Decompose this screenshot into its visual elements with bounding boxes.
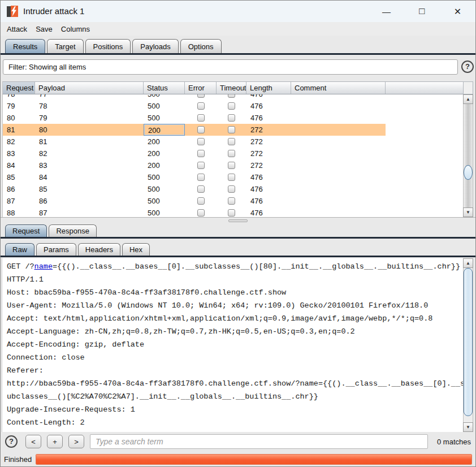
tab-results[interactable]: Results [5,39,45,53]
scroll-down-icon[interactable]: ▼ [463,422,473,432]
attack-progress-bar [36,454,472,465]
error-checkbox[interactable] [197,138,205,145]
cell-request: 88 [3,207,35,217]
error-checkbox[interactable] [197,185,205,193]
cell-request: 85 [3,171,35,183]
tab-raw[interactable]: Raw [5,243,34,256]
cell-request: 78 [3,94,35,100]
search-input[interactable] [90,434,428,449]
error-checkbox[interactable] [197,150,205,157]
menu-columns[interactable]: Columns [60,24,90,34]
results-scrollbar-track[interactable] [463,104,473,207]
cell-comment [291,195,386,207]
timeout-checkbox[interactable] [228,94,235,98]
column-header-status[interactable]: Status [144,82,185,94]
cell-error [185,195,217,207]
cell-error [185,171,217,183]
table-row[interactable]: 78 77 500 476 [3,94,386,100]
cell-payload: 87 [35,207,144,217]
timeout-checkbox[interactable] [228,209,235,217]
menu-attack[interactable]: Attack [6,24,28,34]
tab-response[interactable]: Response [49,224,97,237]
table-row[interactable]: 81 80 200 272 [3,124,386,136]
timeout-checkbox[interactable] [228,185,235,193]
filter-bar[interactable]: Filter: Showing all items [3,59,458,75]
timeout-checkbox[interactable] [228,126,235,133]
scroll-up-icon[interactable]: ▲ [463,258,473,268]
error-checkbox[interactable] [197,126,205,133]
tab-target[interactable]: Target [47,39,83,53]
search-prev-button[interactable]: < [25,435,41,448]
timeout-checkbox[interactable] [228,150,235,157]
minimize-icon[interactable]: — [369,1,404,22]
error-checkbox[interactable] [197,197,205,205]
cell-error [185,112,217,124]
editor-scrollbar-thumb[interactable] [464,268,473,416]
timeout-checkbox[interactable] [228,138,235,145]
results-scrollbar-grip[interactable] [464,165,473,180]
column-header-length[interactable]: Length [246,82,291,94]
tab-params[interactable]: Params [36,243,76,256]
search-next-button[interactable]: > [68,435,84,448]
table-row[interactable]: 84 83 200 272 [3,159,386,171]
filter-help-icon[interactable]: ? [461,60,474,73]
error-checkbox[interactable] [197,162,205,169]
cell-status: 500 [144,207,185,217]
cell-status: 500 [144,112,185,124]
tab-positions[interactable]: Positions [85,39,131,53]
maximize-icon[interactable]: □ [404,1,440,22]
timeout-checkbox[interactable] [228,162,235,169]
error-checkbox[interactable] [197,114,205,122]
table-row[interactable]: 85 84 500 476 [3,171,386,183]
close-icon[interactable]: ✕ [440,1,475,22]
editor-scrollbar[interactable]: ▲ ▼ [463,258,473,432]
column-header-timeout[interactable]: Timeout [217,82,246,94]
timeout-checkbox[interactable] [228,114,235,122]
cell-payload: 86 [35,195,144,207]
results-scrollbar[interactable]: ▲ ▼ [463,81,473,217]
timeout-checkbox[interactable] [228,197,235,205]
table-row[interactable]: 86 85 500 476 [3,183,386,195]
column-header-error[interactable]: Error [185,82,217,94]
table-row[interactable]: 88 87 500 476 [3,207,386,217]
request-editor[interactable]: GET /?name={{().__class__.__bases__[0]._… [2,258,463,432]
editor-tab-strip: Raw Params Headers Hex [1,243,475,257]
cell-payload: 80 [35,124,144,136]
tab-request[interactable]: Request [5,224,47,237]
scroll-up-icon[interactable]: ▲ [463,94,473,104]
table-row[interactable]: 87 86 500 476 [3,195,386,207]
cell-payload: 82 [35,148,144,159]
cell-payload: 79 [35,112,144,124]
tab-options[interactable]: Options [180,39,222,53]
table-row[interactable]: 83 82 200 272 [3,148,386,159]
search-add-button[interactable]: + [47,435,63,448]
error-checkbox[interactable] [197,102,205,110]
splitter-grip-icon[interactable] [228,219,248,222]
request-line: Content-Length: 2 [2,416,463,429]
column-header-request[interactable]: Request▲ [3,82,35,94]
column-header-comment[interactable]: Comment [291,82,386,94]
cell-status: 500 [144,100,185,112]
column-header-payload[interactable]: Payload [35,82,144,94]
scrollbar-corner [463,81,473,94]
error-checkbox[interactable] [197,94,205,98]
search-help-icon[interactable]: ? [5,435,18,448]
editor-scrollbar-track[interactable] [463,268,473,422]
results-scrollbar-thumb[interactable] [464,104,473,207]
tab-hex[interactable]: Hex [122,243,150,256]
tab-payloads[interactable]: Payloads [132,39,178,53]
timeout-checkbox[interactable] [228,174,235,181]
table-row[interactable]: 80 79 500 476 [3,112,386,124]
table-row[interactable]: 79 78 500 476 [3,100,386,112]
scroll-down-icon[interactable]: ▼ [463,207,473,217]
cell-payload: 85 [35,183,144,195]
cell-timeout [217,112,246,124]
error-checkbox[interactable] [197,174,205,181]
cell-length: 476 [246,94,291,100]
results-table-header: Request▲ Payload Status Error Timeout Le… [2,81,464,94]
error-checkbox[interactable] [197,209,205,217]
tab-headers[interactable]: Headers [78,243,120,256]
timeout-checkbox[interactable] [228,102,235,110]
menu-save[interactable]: Save [35,24,53,34]
table-row[interactable]: 82 81 200 272 [3,136,386,148]
